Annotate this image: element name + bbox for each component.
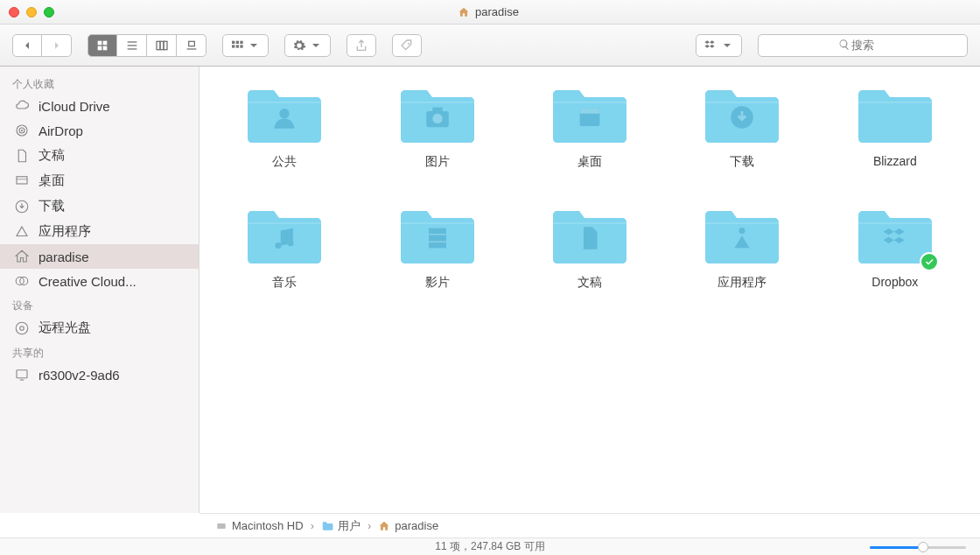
download-icon	[14, 199, 30, 214]
airdrop-icon	[14, 123, 30, 138]
list-view-button[interactable]	[117, 34, 147, 57]
sidebar-item--[interactable]: 桌面	[0, 168, 199, 193]
sidebar-item-label: AirDrop	[38, 123, 83, 138]
tags-button[interactable]	[392, 34, 422, 57]
sidebar-item-creative-cloud-[interactable]: Creative Cloud...	[0, 269, 199, 293]
arrange-button[interactable]	[222, 34, 269, 57]
list-view-icon	[125, 39, 139, 53]
svg-rect-36	[580, 109, 600, 114]
column-view-button[interactable]	[147, 34, 177, 57]
folder-label: 桌面	[578, 154, 602, 170]
svg-point-27	[16, 322, 28, 334]
close-window-button[interactable]	[9, 7, 19, 18]
folder-item[interactable]: 公共	[226, 84, 343, 170]
path-label: 用户	[338, 518, 360, 534]
folder-item[interactable]: 图片	[378, 84, 495, 170]
search-icon	[838, 39, 850, 51]
hd-icon	[215, 520, 228, 532]
sidebar: 个人收藏iCloud DriveAirDrop文稿桌面下载应用程序paradis…	[0, 67, 200, 513]
svg-rect-9	[164, 41, 167, 49]
search-input[interactable]	[758, 34, 968, 57]
path-bar: Macintosh HD›用户›paradise	[200, 513, 980, 537]
folder-item[interactable]: 影片	[378, 205, 495, 291]
chevron-down-icon	[309, 39, 323, 53]
sidebar-item--[interactable]: 下载	[0, 193, 199, 219]
folder-item[interactable]: 应用程序	[683, 205, 801, 291]
sidebar-item-airdrop[interactable]: AirDrop	[0, 118, 199, 143]
chevron-down-icon	[720, 39, 734, 53]
svg-rect-44	[217, 523, 225, 529]
action-button[interactable]	[284, 34, 331, 57]
status-bar: 11 项， 247.84 GB 可用	[0, 537, 980, 555]
toolbar	[0, 25, 980, 67]
sidebar-item--[interactable]: 应用程序	[0, 219, 199, 244]
chevron-left-icon	[20, 39, 34, 53]
icon-view-icon	[95, 39, 109, 53]
svg-rect-15	[232, 45, 234, 47]
disc-icon	[14, 320, 30, 336]
path-segment[interactable]: 用户	[321, 518, 360, 534]
svg-rect-34	[432, 107, 442, 112]
folder-icon	[397, 205, 478, 268]
sidebar-item-icloud-drive[interactable]: iCloud Drive	[0, 94, 199, 118]
path-segment[interactable]: paradise	[378, 519, 438, 532]
sidebar-item-r6300v2-9ad6[interactable]: r6300v2-9ad6	[0, 362, 199, 387]
folder-icon	[244, 84, 325, 147]
window-title-text: paradise	[475, 5, 519, 18]
folder-icon	[550, 84, 630, 147]
tag-icon	[400, 39, 414, 53]
folder-label: 图片	[425, 154, 450, 170]
dropbox-button[interactable]	[696, 34, 742, 57]
sidebar-item--[interactable]: 远程光盘	[0, 315, 199, 341]
folder-item[interactable]: 下载	[683, 84, 801, 170]
status-space: 247.84 GB 可用	[471, 539, 545, 554]
forward-button[interactable]	[42, 34, 72, 57]
svg-point-43	[739, 228, 746, 234]
share-button[interactable]	[346, 34, 376, 57]
home-icon	[14, 249, 30, 264]
folder-label: Dropbox	[872, 275, 918, 289]
view-mode-buttons	[88, 34, 206, 57]
desktop-icon	[14, 173, 30, 189]
folder-icon	[397, 84, 478, 147]
folder-label: Blizzard	[873, 154, 917, 168]
svg-point-38	[276, 242, 282, 249]
path-segment[interactable]: Macintosh HD	[215, 519, 304, 532]
folder-item[interactable]: Blizzard	[836, 84, 954, 170]
fullscreen-window-button[interactable]	[44, 7, 54, 18]
status-count: 11 项，	[435, 539, 471, 554]
sidebar-item--[interactable]: 文稿	[0, 143, 199, 168]
gear-icon	[292, 39, 306, 53]
icon-view-button[interactable]	[88, 34, 117, 57]
path-label: Macintosh HD	[232, 519, 304, 532]
folder-item[interactable]: Dropbox	[836, 205, 954, 291]
path-separator: ›	[311, 519, 314, 532]
folder-item[interactable]: 音乐	[226, 205, 343, 291]
svg-point-33	[432, 113, 442, 123]
svg-point-28	[20, 326, 24, 330]
coverflow-view-button[interactable]	[177, 34, 206, 57]
sidebar-item-label: 下载	[38, 198, 65, 214]
doc-icon	[14, 148, 30, 164]
sidebar-item-label: Creative Cloud...	[38, 274, 136, 289]
svg-rect-3	[103, 46, 108, 50]
folder-label: 下载	[730, 154, 754, 170]
monitor-icon	[14, 367, 30, 383]
path-separator: ›	[368, 519, 371, 532]
search-field[interactable]	[758, 34, 968, 57]
sidebar-item-paradise[interactable]: paradise	[0, 244, 199, 269]
svg-rect-12	[232, 40, 234, 43]
folder-label: 音乐	[272, 275, 297, 291]
share-icon	[354, 39, 368, 53]
folder-label: 影片	[425, 275, 450, 291]
folder-icon	[855, 205, 935, 268]
folder-item[interactable]: 桌面	[531, 84, 648, 170]
minimize-window-button[interactable]	[26, 7, 37, 18]
content-area[interactable]: 公共图片桌面下载Blizzard音乐影片文稿应用程序Dropbox	[200, 67, 980, 513]
back-button[interactable]	[12, 34, 42, 57]
folder-item[interactable]: 文稿	[531, 205, 648, 291]
sidebar-item-label: paradise	[38, 249, 89, 264]
sidebar-item-label: 应用程序	[38, 223, 91, 240]
icon-size-slider[interactable]	[870, 542, 966, 552]
app-icon	[14, 224, 30, 240]
